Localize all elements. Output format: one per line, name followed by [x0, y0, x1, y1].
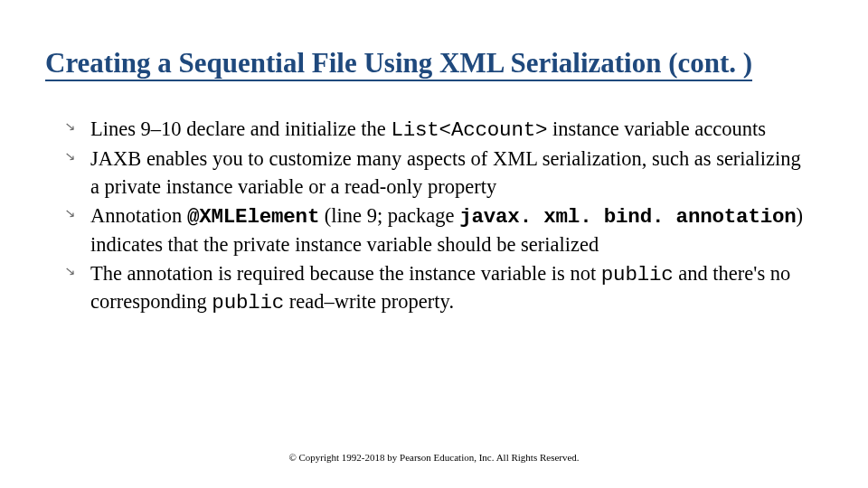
copyright-footer: © Copyright 1992-2018 by Pearson Educati… [0, 452, 868, 463]
slide-body: Lines 9–10 declare and initialize the Li… [65, 116, 814, 319]
bullet-text: Lines 9–10 declare and initialize the [90, 117, 391, 140]
list-item: Lines 9–10 declare and initialize the Li… [65, 116, 814, 144]
bullet-text: read–write property. [284, 290, 454, 313]
bullet-text: instance variable accounts [547, 117, 766, 140]
slide: Creating a Sequential File Using XML Ser… [0, 0, 868, 488]
list-item: JAXB enables you to customize many aspec… [65, 145, 814, 201]
list-item: The annotation is required because the i… [65, 260, 814, 317]
code-span: @XMLElement [187, 205, 319, 229]
code-span: List<Account> [391, 118, 547, 142]
bullet-list: Lines 9–10 declare and initialize the Li… [65, 116, 814, 317]
code-span: javax. xml. bind. annotation [459, 205, 796, 229]
list-item: Annotation @XMLElement (line 9; package … [65, 202, 814, 258]
title-text: Creating a Sequential File Using XML Ser… [45, 47, 752, 81]
slide-title: Creating a Sequential File Using XML Ser… [45, 47, 823, 80]
code-span: public [212, 291, 284, 314]
code-span: public [601, 263, 674, 286]
bullet-text: The annotation is required because the i… [90, 262, 601, 285]
bullet-text: Annotation [90, 204, 187, 227]
bullet-text: (line 9; package [319, 204, 459, 227]
bullet-text: JAXB enables you to customize many aspec… [90, 147, 801, 197]
